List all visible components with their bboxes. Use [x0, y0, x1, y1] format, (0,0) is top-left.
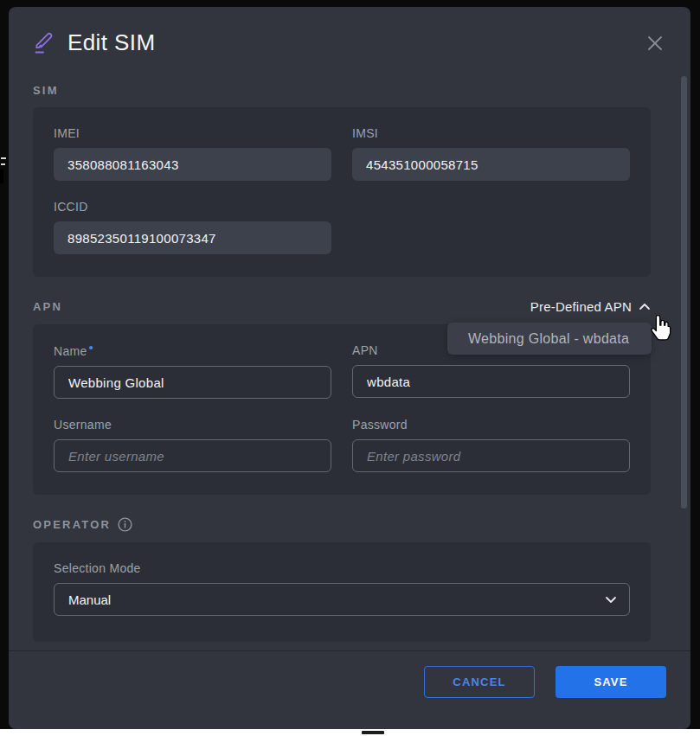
selection-mode-label: Selection Mode [54, 561, 630, 575]
apn-name-field-group: Name• [54, 343, 331, 399]
apn-password-label: Password [352, 418, 630, 432]
iccid-label: ICCID [54, 200, 331, 214]
predefined-apn-label: Pre-Defined APN [530, 299, 632, 314]
selection-mode-value: Manual [68, 592, 111, 607]
apn-section-label: APN [33, 300, 62, 313]
apn-apn-input[interactable] [352, 365, 630, 398]
iccid-field-group: ICCID [54, 200, 331, 254]
imei-field-group: IMEI [54, 126, 331, 181]
dropdown-option-webbing-global[interactable]: Webbing Global - wbdata [468, 331, 629, 347]
selection-mode-select[interactable]: Manual [54, 583, 630, 616]
predefined-apn-trigger[interactable]: Pre-Defined APN [530, 299, 651, 314]
imei-label: IMEI [54, 126, 331, 140]
edit-sim-modal: Edit SIM SIM IMEI IMSI [9, 7, 690, 729]
required-marker: • [89, 340, 94, 355]
apn-password-field-group: Password [352, 418, 630, 472]
apn-name-input[interactable] [54, 366, 331, 399]
selection-mode-field-group: Selection Mode Manual [54, 561, 630, 616]
modal-body: SIM IMEI IMSI ICCID AP [9, 65, 690, 650]
close-icon[interactable] [644, 32, 666, 54]
apn-username-label: Username [54, 418, 331, 432]
underlying-page-text-artifact [362, 731, 384, 734]
chevron-up-icon [639, 301, 651, 313]
edge-artifact [1, 163, 5, 165]
apn-password-input[interactable] [352, 439, 630, 472]
iccid-input[interactable] [54, 221, 331, 254]
operator-card: Selection Mode Manual [33, 542, 651, 642]
operator-section-label: OPERATOR [33, 518, 111, 531]
sim-section-label: SIM [33, 84, 59, 97]
modal-header: Edit SIM [9, 7, 690, 65]
imsi-field-group: IMSI [352, 126, 630, 181]
sim-card: IMEI IMSI ICCID [33, 107, 651, 277]
info-icon[interactable] [118, 517, 132, 532]
modal-footer: CANCEL SAVE [9, 650, 690, 729]
edge-artifact [0, 170, 3, 183]
save-button[interactable]: SAVE [556, 666, 666, 698]
edge-artifact [1, 157, 6, 159]
apn-username-input[interactable] [54, 439, 331, 472]
predefined-apn-dropdown: Webbing Global - wbdata [447, 323, 652, 355]
apn-name-label: Name• [54, 343, 331, 358]
edit-pencil-icon [33, 31, 57, 55]
modal-title: Edit SIM [67, 29, 155, 56]
imsi-input[interactable] [352, 148, 630, 181]
imei-input[interactable] [54, 148, 331, 181]
chevron-down-icon [605, 593, 617, 605]
underlying-page-strip [0, 729, 700, 736]
apn-username-field-group: Username [54, 418, 331, 472]
imsi-label: IMSI [352, 126, 630, 140]
scrollbar-thumb[interactable] [681, 76, 687, 509]
cancel-button[interactable]: CANCEL [424, 666, 535, 698]
